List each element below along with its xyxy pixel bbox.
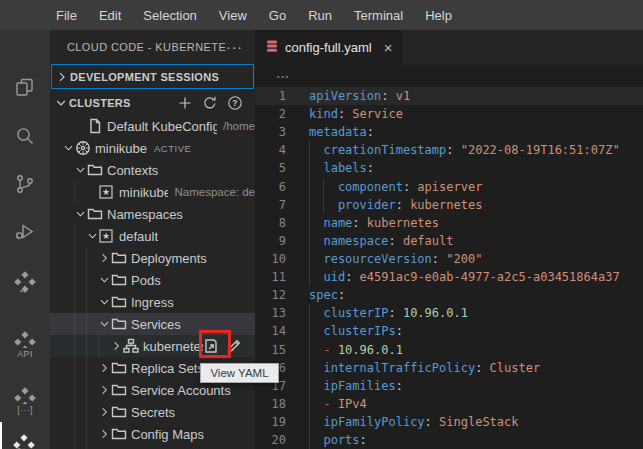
code-line-14[interactable]: 14clusterIPs: (255, 322, 643, 340)
folder-icon (87, 162, 107, 178)
code-line-text: internalTrafficPolicy: Cluster (301, 359, 540, 377)
section-clusters[interactable]: CLUSTERS ? (50, 91, 255, 115)
folder-icon (111, 250, 131, 266)
menu-item-run[interactable]: Run (297, 0, 343, 30)
code-line-12[interactable]: 12spec: (255, 286, 643, 304)
indent-guide (62, 181, 74, 203)
indent-guide (62, 423, 74, 445)
code-line-text: ipFamilies: (301, 377, 403, 395)
menu-item-help[interactable]: Help (414, 0, 463, 30)
tree-item-namespaces[interactable]: Namespaces (50, 203, 255, 225)
chevron-down-icon[interactable] (62, 141, 75, 155)
chevron-down-icon[interactable] (98, 295, 111, 309)
token-punctuation: : (425, 413, 439, 431)
chevron-down-icon[interactable] (74, 163, 87, 177)
token-punctuation: : (396, 377, 403, 395)
line-number: 8 (255, 214, 301, 232)
chevron-right-icon[interactable] (98, 427, 111, 441)
activity-item-search[interactable] (0, 112, 50, 160)
activity-bar: API[···] (0, 30, 50, 449)
breadcrumb-ellipsis: ⋯ (276, 69, 289, 84)
chevron-down-icon[interactable] (98, 317, 111, 331)
code-line-10[interactable]: 10resourceVersion: "200" (255, 250, 643, 268)
help-icon[interactable]: ? (227, 95, 243, 111)
tree-item-services[interactable]: Services (50, 313, 255, 335)
code-line-19[interactable]: 19ipFamilyPolicy: SingleStack (255, 413, 643, 431)
code-line-13[interactable]: 13clusterIP: 10.96.0.1 (255, 304, 643, 322)
breadcrumb[interactable]: ⋯ (255, 65, 643, 87)
tree-item-default[interactable]: ★default (50, 225, 255, 247)
menu-item-edit[interactable]: Edit (88, 0, 132, 30)
indent-guide (74, 291, 86, 313)
tree-item-secrets[interactable]: Secrets (50, 401, 255, 423)
tree-item-minikube[interactable]: ★minikubeNamespace: de (50, 181, 255, 203)
tree-item-config-maps[interactable]: Config Maps (50, 423, 255, 445)
code-line-18[interactable]: 18- IPv4 (255, 395, 643, 413)
code-line-text: provider: kubernetes (301, 196, 482, 214)
activity-item-explorer[interactable] (0, 64, 50, 112)
edit-icon[interactable] (226, 338, 242, 354)
menu-item-file[interactable]: File (45, 0, 88, 30)
line-number: 20 (255, 431, 301, 449)
code-editor[interactable]: 1apiVersion: v12kind: Service3metadata:4… (255, 87, 643, 449)
menu-item-view[interactable]: View (208, 0, 258, 30)
code-line-1[interactable]: 1apiVersion: v1 (255, 87, 643, 105)
tree-item-default-kubeconfig[interactable]: Default KubeConfig/home (50, 115, 255, 137)
chevron-right-icon[interactable] (110, 339, 123, 353)
activity-item-source-control[interactable] (0, 160, 50, 208)
code-line-4[interactable]: 4creationTimestamp: "2022-08-19T16:51:07… (255, 141, 643, 159)
tab-config-full-yaml[interactable]: config-full.yaml × (255, 30, 402, 65)
code-line-7[interactable]: 7provider: kubernetes (255, 196, 643, 214)
line-number: 4 (255, 141, 301, 159)
refresh-icon[interactable] (202, 95, 218, 111)
tree-item-kubernetes[interactable]: kubernetes (50, 335, 255, 357)
code-line-9[interactable]: 9namespace: default (255, 232, 643, 250)
tree-item-contexts[interactable]: Contexts (50, 159, 255, 181)
activity-item-run-and-debug[interactable] (0, 208, 50, 256)
chevron-right-icon[interactable] (98, 361, 111, 375)
more-actions-icon[interactable]: ··· (226, 39, 243, 55)
chevron-down-icon[interactable] (86, 229, 99, 243)
chevron-right-icon[interactable] (98, 251, 111, 265)
menu-item-terminal[interactable]: Terminal (343, 0, 414, 30)
code-line-text: uid: e4591ac9-e0ab-4977-a2c5-a03451864a3… (301, 268, 620, 286)
close-icon[interactable]: × (384, 40, 393, 55)
chevron-down-icon[interactable] (98, 273, 111, 287)
activity-item-cloud-apis[interactable]: API (0, 318, 50, 370)
code-line-2[interactable]: 2kind: Service (255, 105, 643, 123)
add-icon[interactable] (177, 95, 193, 111)
indent-guide (98, 335, 110, 357)
code-line-8[interactable]: 8name: kubernetes (255, 214, 643, 232)
tree-item-pods[interactable]: Pods (50, 269, 255, 291)
activity-item-cloud-code[interactable] (0, 258, 50, 306)
chevron-right-icon[interactable] (98, 405, 111, 419)
token-string: Cluster (490, 359, 541, 377)
chevron-right-icon[interactable] (98, 383, 111, 397)
indent-guide (74, 313, 86, 335)
code-line-15[interactable]: 15- 10.96.0.1 (255, 341, 643, 359)
code-line-11[interactable]: 11uid: e4591ac9-e0ab-4977-a2c5-a03451864… (255, 268, 643, 286)
code-line-20[interactable]: 20ports: (255, 431, 643, 449)
tree-item-ingress[interactable]: Ingress (50, 291, 255, 313)
activity-item-cloud-code-kubernetes[interactable] (0, 422, 50, 449)
code-line-5[interactable]: 5labels: (255, 159, 643, 177)
section-development-sessions[interactable]: DEVELOPMENT SESSIONS (51, 64, 254, 89)
tree-item-minikube[interactable]: minikubeACTIVE (50, 137, 255, 159)
activity-item-secret-manager[interactable]: [···] (0, 374, 50, 426)
tree-item-stateful-sets[interactable]: Stateful Sets (50, 445, 255, 449)
indent-guide (86, 247, 98, 269)
chevron-down-icon[interactable] (74, 207, 87, 221)
code-line-17[interactable]: 17ipFamilies: (255, 377, 643, 395)
menu-item-go[interactable]: Go (258, 0, 297, 30)
tree-item-label: Namespaces (107, 207, 183, 222)
code-line-6[interactable]: 6component: apiserver (255, 178, 643, 196)
code-line-3[interactable]: 3metadata: (255, 123, 643, 141)
tree-item-label: kubernetes (143, 339, 203, 354)
code-line-16[interactable]: 16internalTrafficPolicy: Cluster (255, 359, 643, 377)
search-icon (13, 124, 37, 148)
menu-item-selection[interactable]: Selection (132, 0, 207, 30)
indent-guide (74, 247, 86, 269)
kubernetes-tree: Default KubeConfig/homeminikubeACTIVECon… (50, 115, 255, 449)
tree-item-deployments[interactable]: Deployments (50, 247, 255, 269)
view-yaml-icon[interactable] (203, 338, 219, 354)
